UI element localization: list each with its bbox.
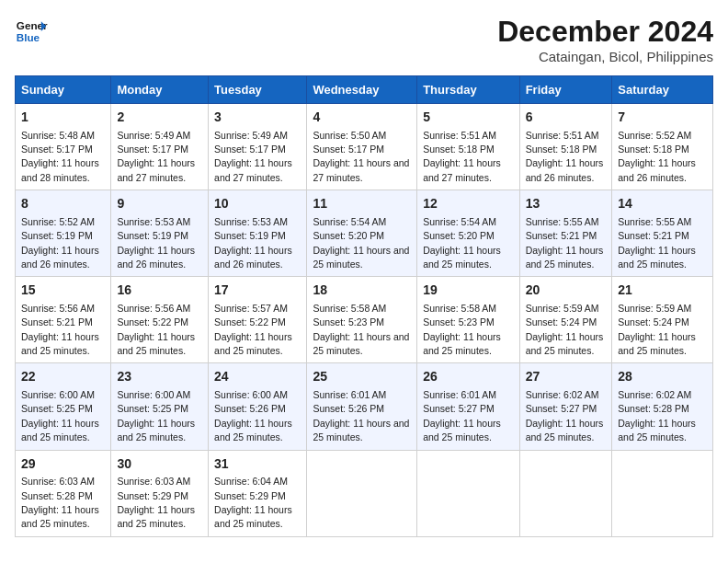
day-detail: Sunrise: 5:52 AMSunset: 5:18 PMDaylight:… bbox=[618, 130, 696, 183]
day-number: 26 bbox=[423, 368, 513, 386]
calendar-cell bbox=[612, 450, 713, 536]
day-detail: Sunrise: 6:01 AMSunset: 5:27 PMDaylight:… bbox=[423, 389, 501, 442]
day-detail: Sunrise: 5:53 AMSunset: 5:19 PMDaylight:… bbox=[214, 216, 292, 270]
day-detail: Sunrise: 5:59 AMSunset: 5:24 PMDaylight:… bbox=[618, 303, 696, 356]
day-number: 8 bbox=[21, 195, 105, 213]
calendar-cell bbox=[519, 450, 612, 536]
header-row: SundayMondayTuesdayWednesdayThursdayFrid… bbox=[16, 76, 713, 104]
calendar-cell: 7Sunrise: 5:52 AMSunset: 5:18 PMDaylight… bbox=[612, 104, 713, 190]
col-header-sunday: Sunday bbox=[16, 76, 111, 104]
day-detail: Sunrise: 6:02 AMSunset: 5:27 PMDaylight:… bbox=[526, 389, 604, 442]
calendar-cell: 20Sunrise: 5:59 AMSunset: 5:24 PMDayligh… bbox=[519, 277, 612, 363]
day-number: 24 bbox=[214, 368, 301, 386]
day-number: 23 bbox=[117, 368, 202, 386]
calendar-cell: 18Sunrise: 5:58 AMSunset: 5:23 PMDayligh… bbox=[307, 277, 417, 363]
day-number: 28 bbox=[618, 368, 707, 386]
day-detail: Sunrise: 6:03 AMSunset: 5:28 PMDaylight:… bbox=[21, 476, 99, 529]
calendar-cell: 25Sunrise: 6:01 AMSunset: 5:26 PMDayligh… bbox=[307, 363, 417, 450]
day-number: 13 bbox=[526, 195, 607, 213]
day-detail: Sunrise: 5:51 AMSunset: 5:18 PMDaylight:… bbox=[526, 130, 604, 183]
calendar-cell: 1Sunrise: 5:48 AMSunset: 5:17 PMDaylight… bbox=[16, 104, 111, 190]
logo: General Blue bbox=[15, 15, 48, 48]
day-number: 3 bbox=[214, 109, 301, 127]
day-number: 5 bbox=[423, 109, 513, 127]
day-detail: Sunrise: 6:03 AMSunset: 5:29 PMDaylight:… bbox=[117, 476, 195, 529]
day-number: 16 bbox=[117, 282, 202, 300]
day-detail: Sunrise: 6:02 AMSunset: 5:28 PMDaylight:… bbox=[618, 389, 696, 442]
calendar-cell: 8Sunrise: 5:52 AMSunset: 5:19 PMDaylight… bbox=[16, 190, 111, 277]
week-row-1: 1Sunrise: 5:48 AMSunset: 5:17 PMDaylight… bbox=[16, 104, 713, 190]
day-number: 31 bbox=[214, 455, 301, 474]
day-number: 25 bbox=[313, 368, 411, 386]
col-header-thursday: Thursday bbox=[417, 76, 519, 104]
day-number: 12 bbox=[423, 195, 513, 213]
day-detail: Sunrise: 5:49 AMSunset: 5:17 PMDaylight:… bbox=[117, 130, 195, 183]
week-row-2: 8Sunrise: 5:52 AMSunset: 5:19 PMDaylight… bbox=[16, 190, 713, 277]
calendar-cell: 31Sunrise: 6:04 AMSunset: 5:29 PMDayligh… bbox=[209, 450, 307, 536]
day-detail: Sunrise: 5:56 AMSunset: 5:21 PMDaylight:… bbox=[21, 303, 99, 356]
day-detail: Sunrise: 5:56 AMSunset: 5:22 PMDaylight:… bbox=[117, 303, 195, 356]
calendar-cell: 16Sunrise: 5:56 AMSunset: 5:22 PMDayligh… bbox=[111, 277, 209, 363]
day-detail: Sunrise: 5:49 AMSunset: 5:17 PMDaylight:… bbox=[214, 130, 292, 183]
day-number: 6 bbox=[526, 109, 607, 127]
week-row-4: 22Sunrise: 6:00 AMSunset: 5:25 PMDayligh… bbox=[16, 363, 713, 450]
calendar-cell: 22Sunrise: 6:00 AMSunset: 5:25 PMDayligh… bbox=[16, 363, 111, 450]
day-detail: Sunrise: 6:04 AMSunset: 5:29 PMDaylight:… bbox=[214, 476, 292, 529]
day-number: 17 bbox=[214, 282, 301, 300]
calendar-table: SundayMondayTuesdayWednesdayThursdayFrid… bbox=[15, 75, 713, 537]
calendar-cell: 4Sunrise: 5:50 AMSunset: 5:17 PMDaylight… bbox=[307, 104, 417, 190]
day-detail: Sunrise: 5:55 AMSunset: 5:21 PMDaylight:… bbox=[618, 216, 696, 270]
calendar-cell: 29Sunrise: 6:03 AMSunset: 5:28 PMDayligh… bbox=[16, 450, 111, 536]
day-detail: Sunrise: 5:54 AMSunset: 5:20 PMDaylight:… bbox=[423, 216, 501, 270]
svg-text:Blue: Blue bbox=[17, 31, 40, 43]
day-detail: Sunrise: 5:50 AMSunset: 5:17 PMDaylight:… bbox=[313, 130, 409, 183]
col-header-monday: Monday bbox=[111, 76, 209, 104]
calendar-cell: 17Sunrise: 5:57 AMSunset: 5:22 PMDayligh… bbox=[209, 277, 307, 363]
calendar-cell: 5Sunrise: 5:51 AMSunset: 5:18 PMDaylight… bbox=[417, 104, 519, 190]
calendar-cell: 13Sunrise: 5:55 AMSunset: 5:21 PMDayligh… bbox=[519, 190, 612, 277]
day-detail: Sunrise: 5:54 AMSunset: 5:20 PMDaylight:… bbox=[313, 216, 409, 270]
day-detail: Sunrise: 5:58 AMSunset: 5:23 PMDaylight:… bbox=[423, 303, 501, 356]
day-number: 21 bbox=[618, 282, 707, 300]
day-detail: Sunrise: 6:01 AMSunset: 5:26 PMDaylight:… bbox=[313, 389, 409, 442]
day-number: 27 bbox=[526, 368, 607, 386]
day-number: 9 bbox=[117, 195, 202, 213]
day-detail: Sunrise: 6:00 AMSunset: 5:25 PMDaylight:… bbox=[21, 389, 99, 442]
col-header-friday: Friday bbox=[519, 76, 612, 104]
day-number: 22 bbox=[21, 368, 105, 386]
day-detail: Sunrise: 6:00 AMSunset: 5:25 PMDaylight:… bbox=[117, 389, 195, 442]
day-number: 14 bbox=[618, 195, 707, 213]
calendar-cell: 6Sunrise: 5:51 AMSunset: 5:18 PMDaylight… bbox=[519, 104, 612, 190]
calendar-cell: 23Sunrise: 6:00 AMSunset: 5:25 PMDayligh… bbox=[111, 363, 209, 450]
calendar-cell: 24Sunrise: 6:00 AMSunset: 5:26 PMDayligh… bbox=[209, 363, 307, 450]
col-header-wednesday: Wednesday bbox=[307, 76, 417, 104]
week-row-5: 29Sunrise: 6:03 AMSunset: 5:28 PMDayligh… bbox=[16, 450, 713, 536]
day-detail: Sunrise: 5:55 AMSunset: 5:21 PMDaylight:… bbox=[526, 216, 604, 270]
calendar-cell: 11Sunrise: 5:54 AMSunset: 5:20 PMDayligh… bbox=[307, 190, 417, 277]
calendar-cell: 9Sunrise: 5:53 AMSunset: 5:19 PMDaylight… bbox=[111, 190, 209, 277]
col-header-saturday: Saturday bbox=[612, 76, 713, 104]
main-title: December 2024 bbox=[497, 15, 713, 49]
day-detail: Sunrise: 5:57 AMSunset: 5:22 PMDaylight:… bbox=[214, 303, 292, 356]
calendar-cell: 15Sunrise: 5:56 AMSunset: 5:21 PMDayligh… bbox=[16, 277, 111, 363]
day-number: 19 bbox=[423, 282, 513, 300]
col-header-tuesday: Tuesday bbox=[209, 76, 307, 104]
day-number: 29 bbox=[21, 455, 105, 474]
day-detail: Sunrise: 5:52 AMSunset: 5:19 PMDaylight:… bbox=[21, 216, 99, 270]
calendar-cell bbox=[307, 450, 417, 536]
day-number: 10 bbox=[214, 195, 301, 213]
day-number: 2 bbox=[117, 109, 202, 127]
day-number: 11 bbox=[313, 195, 411, 213]
day-number: 4 bbox=[313, 109, 411, 127]
day-detail: Sunrise: 6:00 AMSunset: 5:26 PMDaylight:… bbox=[214, 389, 292, 442]
day-number: 1 bbox=[21, 109, 105, 127]
header: General Blue December 2024 Cataingan, Bi… bbox=[15, 15, 713, 64]
day-detail: Sunrise: 5:48 AMSunset: 5:17 PMDaylight:… bbox=[21, 130, 99, 183]
calendar-cell: 26Sunrise: 6:01 AMSunset: 5:27 PMDayligh… bbox=[417, 363, 519, 450]
calendar-cell: 10Sunrise: 5:53 AMSunset: 5:19 PMDayligh… bbox=[209, 190, 307, 277]
subtitle: Cataingan, Bicol, Philippines bbox=[497, 49, 713, 64]
calendar-cell: 21Sunrise: 5:59 AMSunset: 5:24 PMDayligh… bbox=[612, 277, 713, 363]
day-number: 7 bbox=[618, 109, 707, 127]
logo-icon: General Blue bbox=[15, 15, 48, 48]
day-number: 18 bbox=[313, 282, 411, 300]
